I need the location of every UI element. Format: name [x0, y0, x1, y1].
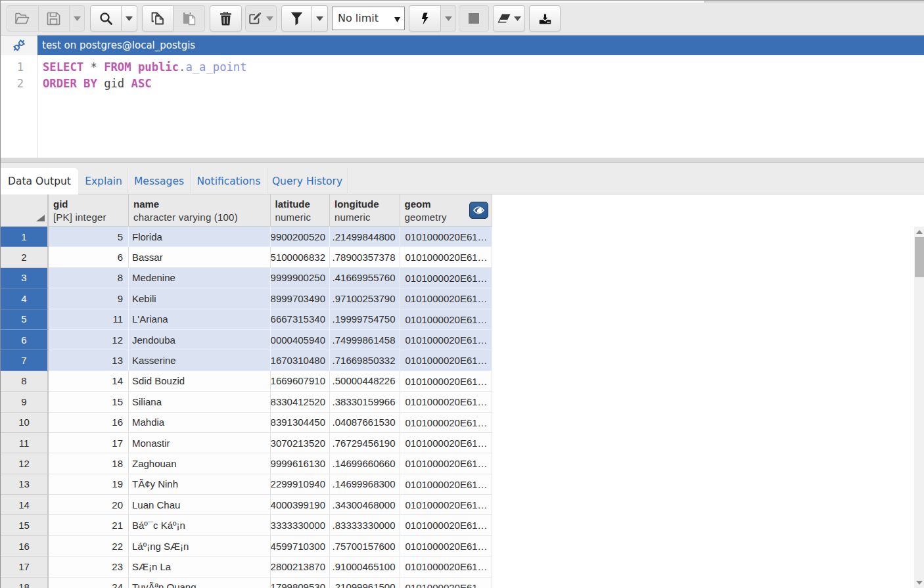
- cell-geom[interactable]: 0101000020E61…: [400, 495, 493, 515]
- edit-button[interactable]: [245, 5, 277, 32]
- cell-longitude[interactable]: .50000448226: [330, 371, 400, 392]
- execute-button[interactable]: [409, 5, 441, 32]
- cell-longitude[interactable]: .78900357378: [330, 247, 400, 267]
- cell-latitude[interactable]: 2299910940: [271, 474, 331, 495]
- cell-geom[interactable]: 0101000020E61…: [400, 247, 493, 267]
- cell-name[interactable]: Láº¡ng SÆ¡n: [129, 536, 271, 556]
- scroll-up-icon[interactable]: [914, 227, 924, 237]
- filter-button[interactable]: [281, 5, 312, 32]
- cell-name[interactable]: Florida: [129, 227, 271, 247]
- row-number-cell[interactable]: 3: [1, 268, 49, 288]
- save-options-button[interactable]: [70, 5, 85, 32]
- cell-name[interactable]: TuyÃªn Quang: [129, 577, 271, 588]
- sql-editor[interactable]: 12 SELECT * FROM public.a_a_pointORDER B…: [1, 55, 924, 158]
- row-number-cell[interactable]: 11: [1, 433, 49, 453]
- cell-longitude[interactable]: .75700157600: [330, 536, 400, 556]
- open-file-button[interactable]: [7, 5, 39, 32]
- cell-latitude[interactable]: 6667315340: [271, 309, 331, 330]
- delete-button[interactable]: [210, 5, 242, 32]
- cell-gid[interactable]: 6: [49, 247, 129, 267]
- cell-gid[interactable]: 17: [49, 433, 129, 453]
- cell-name[interactable]: Luan Chau: [129, 495, 271, 515]
- row-number-cell[interactable]: 2: [1, 247, 49, 267]
- cell-gid[interactable]: 13: [49, 350, 129, 371]
- cell-gid[interactable]: 16: [49, 413, 129, 433]
- cell-name[interactable]: Siliana: [129, 392, 271, 412]
- view-geometries-button[interactable]: [469, 202, 488, 219]
- tab-explain[interactable]: Explain: [80, 168, 128, 194]
- cell-gid[interactable]: 24: [49, 577, 129, 588]
- cell-latitude[interactable]: 4000399190: [271, 495, 331, 515]
- cell-geom[interactable]: 0101000020E61…: [400, 577, 493, 588]
- cell-longitude[interactable]: .76729456190: [330, 433, 400, 453]
- cell-name[interactable]: Bassar: [129, 247, 271, 267]
- panel-splitter[interactable]: [1, 158, 924, 163]
- row-number-cell[interactable]: 16: [1, 536, 49, 556]
- row-number-cell[interactable]: 8: [1, 371, 49, 392]
- cell-gid[interactable]: 20: [49, 495, 129, 515]
- cell-geom[interactable]: 0101000020E61…: [400, 392, 493, 412]
- cell-longitude[interactable]: .34300468000: [330, 495, 400, 515]
- cell-gid[interactable]: 22: [49, 536, 129, 556]
- cell-gid[interactable]: 9: [49, 288, 129, 309]
- cell-latitude[interactable]: 9900200520: [271, 227, 331, 247]
- cell-longitude[interactable]: .83333330000: [330, 515, 400, 535]
- column-header-name[interactable]: namecharacter varying (100): [129, 194, 271, 226]
- save-file-button[interactable]: [39, 5, 70, 32]
- cell-gid[interactable]: 23: [49, 556, 129, 577]
- cell-geom[interactable]: 0101000020E61…: [400, 515, 493, 535]
- cell-gid[interactable]: 8: [49, 268, 129, 288]
- row-number-cell[interactable]: 1: [1, 227, 49, 247]
- column-header-longitude[interactable]: longitudenumeric: [330, 194, 400, 226]
- row-number-cell[interactable]: 13: [1, 474, 49, 495]
- find-button[interactable]: [90, 5, 122, 32]
- cell-name[interactable]: L'Ariana: [129, 309, 271, 330]
- cell-longitude[interactable]: .21099961500: [330, 577, 400, 588]
- row-number-cell[interactable]: 14: [1, 495, 49, 515]
- cell-gid[interactable]: 12: [49, 330, 129, 350]
- row-number-cell[interactable]: 18: [1, 577, 49, 588]
- cell-name[interactable]: Zaghouan: [129, 453, 271, 474]
- row-number-cell[interactable]: 12: [1, 453, 49, 474]
- row-number-cell[interactable]: 10: [1, 413, 49, 433]
- cell-latitude[interactable]: 0000405940: [271, 330, 331, 350]
- tab-notifications[interactable]: Notifications: [191, 168, 267, 194]
- cell-name[interactable]: SÆ¡n La: [129, 556, 271, 577]
- cell-geom[interactable]: 0101000020E61…: [400, 474, 493, 495]
- clear-button[interactable]: [493, 5, 525, 32]
- cell-longitude[interactable]: .91000465100: [330, 556, 400, 577]
- cell-gid[interactable]: 14: [49, 371, 129, 392]
- scroll-down-icon[interactable]: [914, 577, 924, 588]
- cell-latitude[interactable]: 9999900250: [271, 268, 331, 288]
- cell-latitude[interactable]: 4599710300: [271, 536, 331, 556]
- find-options-button[interactable]: [122, 5, 137, 32]
- tab-query-history[interactable]: Query History: [267, 168, 348, 194]
- row-number-cell[interactable]: 6: [1, 330, 49, 350]
- cell-longitude[interactable]: .19999754750: [330, 309, 400, 330]
- cell-longitude[interactable]: .97100253790: [330, 288, 400, 309]
- cell-gid[interactable]: 11: [49, 309, 129, 330]
- cell-latitude[interactable]: 8999703490: [271, 288, 331, 309]
- cell-longitude[interactable]: .14699968300: [330, 474, 400, 495]
- scrollbar-thumb[interactable]: [915, 237, 924, 277]
- filter-options-button[interactable]: [312, 5, 328, 32]
- cell-name[interactable]: Mahdia: [129, 413, 271, 433]
- cell-geom[interactable]: 0101000020E61…: [400, 536, 493, 556]
- cell-longitude[interactable]: .21499844800: [330, 227, 400, 247]
- column-header-latitude[interactable]: latitudenumeric: [271, 194, 331, 226]
- row-number-cell[interactable]: 5: [1, 309, 49, 330]
- row-number-cell[interactable]: 7: [1, 350, 49, 371]
- row-number-cell[interactable]: 9: [1, 392, 49, 412]
- download-button[interactable]: [529, 5, 561, 32]
- cell-name[interactable]: Medenine: [129, 268, 271, 288]
- cell-latitude[interactable]: 1799809530: [271, 577, 331, 588]
- cell-name[interactable]: Monastir: [129, 433, 271, 453]
- select-all-cell[interactable]: [1, 194, 49, 226]
- execute-options-button[interactable]: [441, 5, 456, 32]
- cell-geom[interactable]: 0101000020E61…: [400, 371, 493, 392]
- cell-longitude[interactable]: .14699660660: [330, 453, 400, 474]
- cell-name[interactable]: Sdid Bouzid: [129, 371, 271, 392]
- cell-geom[interactable]: 0101000020E61…: [400, 453, 493, 474]
- cell-gid[interactable]: 21: [49, 515, 129, 535]
- cell-latitude[interactable]: 8391304450: [271, 413, 331, 433]
